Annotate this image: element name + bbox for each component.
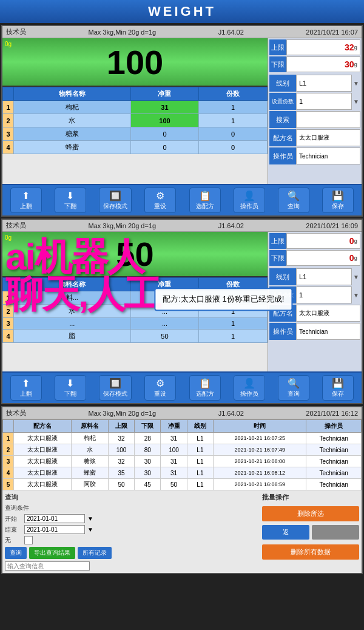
delete-selected-btn[interactable]: 删除所选: [262, 506, 359, 521]
lower-limit-value2: 0g: [286, 250, 360, 266]
end-date-input[interactable]: [24, 525, 85, 534]
app-title: WEIGHT: [0, 0, 364, 23]
start-label: 开始: [5, 515, 22, 523]
btn-operator[interactable]: 👤操作员: [234, 188, 265, 213]
row-weight: 0: [130, 141, 199, 154]
return-btn[interactable]: 返: [262, 525, 309, 540]
query-table-row: 5 太太口服液 阿胶 50 45 50 L1 2021-10-21 16:08:…: [3, 479, 362, 490]
th-weight: 净重: [130, 87, 199, 101]
query-conditions: 查询条件 开始 ▼ 结束 ▼ 无: [5, 504, 258, 544]
search-value: [296, 111, 360, 128]
btn-reset[interactable]: ⚙重设: [144, 188, 176, 213]
table-row: 3 糖浆 0 0: [3, 127, 268, 141]
set-value2: 1: [296, 286, 352, 303]
batch-label: 批量操作: [262, 493, 359, 502]
row-count: 0: [199, 141, 268, 154]
set-arrow2: ▼: [352, 292, 360, 299]
p2-btn-reset[interactable]: ⚙重设: [144, 375, 176, 401]
time-cell: 2021-10-21 16:07:25: [214, 433, 306, 444]
material-cell: 阿胶: [72, 479, 109, 490]
weight-cell: 31: [161, 456, 187, 467]
p2-btn-save-mode[interactable]: 🔲保存模式: [99, 375, 132, 401]
lower-cell: 30: [135, 456, 161, 467]
blank-btn[interactable]: [312, 525, 359, 540]
query-table-header: 时间: [214, 420, 306, 433]
set-value: 1: [296, 93, 352, 110]
material-cell: 蜂蜜: [72, 467, 109, 479]
btn-up[interactable]: ⬆上翻: [10, 188, 42, 213]
operator-value: Technician: [296, 147, 360, 164]
query-buttons-row: 查询 导出查询结果 所有记录: [5, 547, 258, 559]
row-num: 1: [3, 291, 14, 305]
btn-query[interactable]: 🔍查询: [278, 188, 309, 213]
operator-label: 操作员: [269, 147, 296, 164]
lower-cell: 80: [135, 444, 161, 456]
panel1-role: 技术员: [6, 27, 26, 36]
panel3-role: 技术员: [6, 408, 26, 418]
panel2-body: 0g 50 物料名称 净重 份数 1 料... ... 1: [2, 232, 362, 371]
panel2-version: J1.64.02: [218, 222, 244, 229]
th2-name: 物料名称: [14, 278, 131, 291]
p2-btn-down[interactable]: ⬇下翻: [55, 375, 86, 401]
query-table-header: 操作员: [306, 420, 362, 433]
table-row: 3 ... ... 1: [3, 318, 268, 330]
query-btn[interactable]: 查询: [5, 547, 27, 559]
op-cell: Technician: [306, 479, 362, 490]
panel2-toolbar: ⬆上翻 ⬇下翻 🔲保存模式 ⚙重设 📋选配方 👤操作员 🔍查询 💾保存: [2, 371, 362, 403]
lower-limit-label2: 下限: [269, 250, 286, 266]
p2-btn-save[interactable]: 💾保存: [322, 375, 354, 401]
th-num: [3, 87, 14, 101]
row-name: 糖浆: [14, 127, 131, 141]
no-row: 无: [5, 536, 258, 544]
data-table-section: 物料名称 净重 份数 1 枸杞 31 1 2 水 100 1 3 糖浆 0 0 …: [2, 87, 268, 184]
row-weight: 31: [130, 101, 199, 114]
line-value: L1: [296, 75, 352, 92]
p2-btn-up[interactable]: ⬆上翻: [10, 375, 42, 401]
row-name: 蜂蜜: [14, 141, 131, 154]
row-num: 5: [3, 479, 14, 490]
query-table-row: 1 太太口服液 枸杞 32 28 31 L1 2021-10-21 16:07:…: [3, 433, 362, 444]
row-weight: ...: [130, 318, 199, 330]
set-arrow: ▼: [352, 98, 360, 105]
btn-select-formula[interactable]: 📋选配方: [189, 188, 221, 213]
row-num: 1: [3, 433, 14, 444]
no-checkbox[interactable]: [24, 536, 33, 544]
row-num: 2: [3, 305, 14, 318]
panel3-status-bar: 技术员 Max 3kg,Min 20g d=1g J1.64.02 2021/1…: [2, 407, 362, 419]
panel3-datetime: 2021/10/21 16:12: [306, 410, 358, 417]
query-table-header: 上限: [108, 420, 134, 433]
row-name: 枸杞: [14, 101, 131, 114]
conditions-header: 查询: [5, 493, 258, 502]
btn-save-mode[interactable]: 🔲保存模式: [99, 188, 132, 213]
delete-all-btn[interactable]: 删除所有数据: [262, 544, 359, 560]
table-row: 4 脂 50 1: [3, 330, 268, 343]
formula-cell: 太太口服液: [14, 433, 72, 444]
line-arrow2: ▼: [352, 274, 360, 280]
line-cell: L1: [187, 467, 213, 479]
end-row: 结束 ▼: [5, 525, 258, 534]
p2-btn-select-formula[interactable]: 📋选配方: [189, 375, 221, 401]
all-records-btn[interactable]: 所有记录: [78, 547, 112, 559]
query-table-header: 原料名: [72, 420, 109, 433]
query-table-header: 下限: [135, 420, 161, 433]
query-table-header: 净重: [161, 420, 187, 433]
query-right-panel: 批量操作 删除所选 返 删除所有数据: [262, 493, 359, 561]
btn-save[interactable]: 💾保存: [322, 188, 354, 213]
search-info-row: [5, 561, 258, 571]
query-result-table: 配方名原料名上限下限净重线别时间操作员 1 太太口服液 枸杞 32 28 31 …: [2, 419, 362, 490]
lower-limit-row: 下限 30g: [269, 56, 360, 72]
start-dropdown-arrow: ▼: [87, 515, 93, 522]
search-info-input[interactable]: [5, 561, 90, 571]
table-row: 2 水 100 1: [3, 114, 268, 127]
time-cell: 2021-10-21 16:08:00: [214, 456, 306, 467]
line-label2: 线别: [269, 268, 296, 285]
p2-btn-query[interactable]: 🔍查询: [278, 375, 309, 401]
row-weight: 100: [130, 114, 199, 127]
panel3-max: Max 3kg,Min 20g d=1g: [89, 410, 157, 417]
zero-indicator: 0g: [5, 41, 12, 47]
btn-down[interactable]: ⬇下翻: [55, 188, 86, 213]
start-date-input[interactable]: [24, 514, 85, 523]
p2-btn-operator[interactable]: 👤操作员: [234, 375, 265, 401]
export-btn[interactable]: 导出查询结果: [29, 547, 75, 559]
line-row2: 线别 L1 ▼: [269, 268, 360, 285]
